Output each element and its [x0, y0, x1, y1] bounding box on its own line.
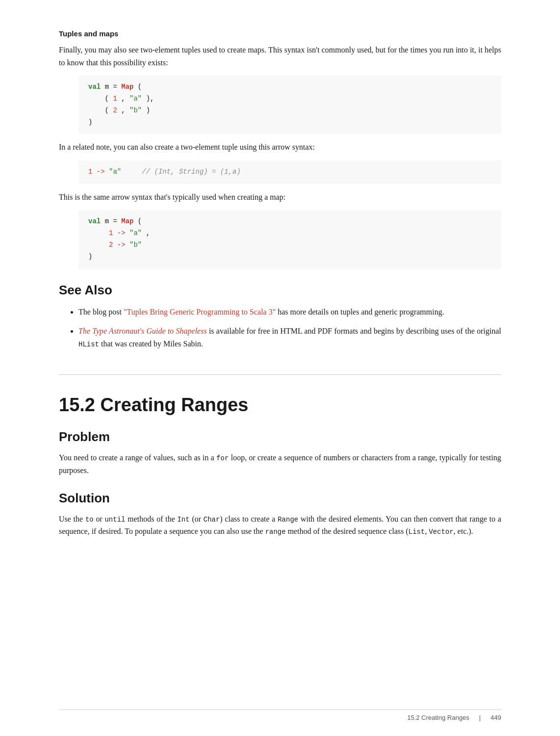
inline-code-until: until	[104, 516, 125, 524]
inline-code-vector: Vector	[429, 528, 453, 536]
code-string: "a"	[109, 168, 121, 176]
code-text: )	[88, 253, 92, 261]
code-block-arrow-syntax: 1 -> "a" // (Int, String) = (1,a)	[78, 160, 501, 184]
inline-code-to: to	[85, 516, 94, 524]
code-number: 1	[88, 168, 92, 176]
code-number: 1	[109, 229, 113, 237]
tuples-blog-link[interactable]: "Tuples Bring Generic Programming to Sca…	[124, 308, 276, 316]
chapter-title: 15.2 Creating Ranges	[59, 374, 501, 416]
problem-heading: Problem	[59, 429, 501, 445]
code-line: 2 -> "b"	[88, 239, 491, 251]
code-string: "b"	[129, 106, 142, 114]
code-text	[126, 168, 138, 176]
code-string: "a"	[129, 229, 142, 237]
type-map: Map	[121, 217, 133, 225]
footer-separator: |	[479, 714, 481, 721]
code-text	[88, 229, 105, 237]
intro-paragraph: Finally, you may also see two-element tu…	[59, 44, 501, 69]
code-text: (	[138, 217, 142, 225]
code-comment: // (Int, String) = (1,a)	[142, 168, 241, 176]
code-arrow: ->	[117, 229, 126, 237]
code-number: 1	[113, 95, 117, 103]
code-number: 2	[113, 106, 117, 114]
code-arrow: ->	[117, 241, 126, 249]
code-line: ( 1 , "a" ),	[88, 93, 491, 105]
code-line: 1 -> "a" // (Int, String) = (1,a)	[88, 166, 491, 178]
code-text: )	[146, 106, 150, 114]
solution-paragraph: Use the to or until methods of the Int (…	[59, 513, 501, 538]
see-also-heading: See Also	[59, 283, 501, 298]
code-text: ),	[146, 95, 154, 103]
code-text: (	[138, 83, 142, 91]
arrow-description-paragraph: This is the same arrow syntax that's typ…	[59, 191, 501, 204]
code-line: )	[88, 117, 491, 129]
list-item-prefix: The blog post	[78, 308, 124, 316]
inline-code-range: Range	[278, 516, 298, 524]
code-block-map-tuples: val m = Map ( ( 1 , "a" ), ( 2 , "b" ) )	[78, 76, 501, 134]
footer-page-number: 449	[490, 714, 501, 721]
arrow-intro-paragraph: In a related note, you can also create a…	[59, 141, 501, 154]
subsection-heading: Tuples and maps	[59, 29, 501, 38]
keyword-val: val	[88, 83, 101, 91]
code-line: )	[88, 251, 491, 263]
code-string: "b"	[129, 241, 142, 249]
type-map: Map	[121, 83, 133, 91]
code-line: val m = Map (	[88, 81, 491, 93]
code-text: (	[88, 106, 109, 114]
inline-code-char: Char	[204, 516, 220, 524]
code-arrow: ->	[97, 168, 105, 176]
code-line: 1 -> "a" ,	[88, 228, 491, 239]
problem-paragraph: You need to create a range of values, su…	[59, 451, 501, 476]
code-line: ( 2 , "b" )	[88, 105, 491, 117]
page-footer: 15.2 Creating Ranges | 449	[59, 710, 501, 721]
code-block-map-arrow: val m = Map ( 1 -> "a" , 2 -> "b" )	[78, 210, 501, 268]
code-text: ,	[121, 95, 129, 103]
list-item: The blog post "Tuples Bring Generic Prog…	[78, 306, 501, 318]
inline-code-for: for	[216, 454, 229, 462]
keyword-val: val	[88, 217, 101, 225]
inline-code-range-method: range	[265, 528, 286, 536]
solution-heading: Solution	[59, 491, 501, 506]
shapeless-guide-link[interactable]: The Type Astronaut's Guide to Shapeless	[78, 327, 207, 335]
list-item-suffix: has more details on tuples and generic p…	[278, 308, 444, 316]
code-text	[88, 241, 105, 249]
code-string: "a"	[129, 95, 142, 103]
code-text: m =	[105, 83, 122, 91]
list-item: The Type Astronaut's Guide to Shapeless …	[78, 325, 501, 350]
code-text: )	[88, 118, 92, 126]
code-text: m =	[105, 217, 122, 225]
footer-chapter-label: 15.2 Creating Ranges	[407, 714, 469, 721]
code-number: 2	[109, 241, 113, 249]
code-text: ,	[121, 106, 129, 114]
inline-code-list: List	[408, 528, 425, 536]
code-text: (	[88, 95, 109, 103]
code-text: ,	[146, 229, 150, 237]
inline-code-int: Int	[177, 516, 189, 524]
code-line: val m = Map (	[88, 216, 491, 228]
see-also-list: The blog post "Tuples Bring Generic Prog…	[78, 306, 501, 350]
